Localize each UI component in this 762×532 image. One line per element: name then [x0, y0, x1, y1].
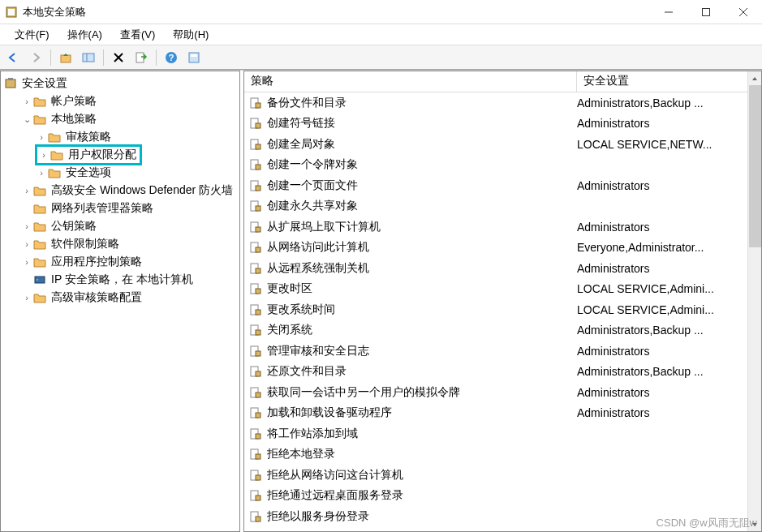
app-icon	[5, 6, 18, 19]
policy-icon	[248, 365, 264, 378]
back-button[interactable]	[3, 48, 23, 67]
close-button[interactable]	[725, 0, 762, 24]
list-row[interactable]: 备份文件和目录 Administrators,Backup ...	[244, 92, 747, 114]
cell-setting: Administrators	[577, 386, 747, 399]
tree-item[interactable]: › 帐户策略	[2, 92, 238, 110]
tree-item[interactable]: IP 安全策略，在 本地计算机	[2, 271, 238, 289]
menubar: 文件(F) 操作(A) 查看(V) 帮助(H)	[0, 24, 762, 45]
expander-icon[interactable]: ›	[20, 186, 33, 195]
list-row[interactable]: 关闭系统 Administrators,Backup ...	[244, 320, 747, 341]
export-button[interactable]	[131, 48, 151, 67]
list-row[interactable]: 创建永久共享对象	[244, 196, 747, 217]
tree-root[interactable]: 安全设置	[2, 75, 238, 92]
forward-button[interactable]	[26, 48, 45, 67]
svg-rect-57	[256, 475, 260, 480]
list-header[interactable]: 策略 安全设置	[244, 71, 747, 92]
scroll-thumb[interactable]	[749, 85, 761, 247]
list-row[interactable]: 获取同一会话中另一个用户的模拟令牌 Administrators	[244, 382, 747, 403]
tree-label: 公钥策略	[50, 218, 98, 234]
tree-item[interactable]: ⌄ 本地策略	[2, 110, 238, 128]
tree-label: 审核策略	[64, 129, 113, 145]
toolbar-separator	[156, 49, 157, 66]
maximize-button[interactable]	[687, 0, 725, 24]
tree-label: 帐户策略	[50, 93, 98, 109]
tree-item[interactable]: › 公钥策略	[2, 217, 238, 235]
svg-rect-25	[256, 144, 260, 149]
list-row[interactable]: 创建全局对象 LOCAL SERVICE,NETW...	[244, 134, 747, 155]
expander-icon[interactable]: ›	[20, 239, 33, 249]
list-row[interactable]: 从网络访问此计算机 Everyone,Administrator...	[244, 238, 747, 259]
cell-policy: 拒绝本地登录	[264, 447, 577, 461]
cell-setting: Administrators	[577, 179, 747, 192]
tree-item[interactable]: › 审核策略	[2, 128, 238, 146]
list-row[interactable]: 将工作站添加到域	[244, 423, 747, 444]
list-row[interactable]: 加载和卸载设备驱动程序 Administrators	[244, 403, 747, 424]
show-hide-tree-button[interactable]	[79, 48, 98, 67]
cell-policy: 从扩展坞上取下计算机	[264, 220, 577, 234]
cell-policy: 更改时区	[264, 281, 577, 296]
svg-point-19	[37, 279, 38, 281]
cell-setting: Administrators	[577, 117, 747, 130]
tree-label: 用户权限分配	[67, 147, 138, 163]
expander-icon[interactable]: ›	[20, 257, 33, 267]
tree-item[interactable]: › 安全选项	[2, 164, 238, 182]
vertical-scrollbar[interactable]	[747, 71, 761, 531]
tree-item[interactable]: › 软件限制策略	[2, 235, 238, 253]
expander-icon[interactable]: ⌄	[20, 114, 33, 125]
list-row[interactable]: 创建一个页面文件 Administrators	[244, 175, 747, 196]
delete-button[interactable]	[109, 48, 128, 67]
menu-view[interactable]: 查看(V)	[112, 26, 163, 44]
list-row[interactable]: 更改系统时间 LOCAL SERVICE,Admini...	[244, 299, 747, 320]
expander-icon[interactable]: ›	[20, 97, 33, 106]
column-setting[interactable]: 安全设置	[577, 71, 747, 92]
expander-icon[interactable]: ›	[35, 168, 48, 178]
cell-policy: 将工作站添加到域	[264, 427, 577, 441]
list-row[interactable]: 从远程系统强制关机 Administrators	[244, 258, 747, 279]
tree-item[interactable]: › 高级审核策略配置	[2, 289, 238, 307]
tree-item[interactable]: › 高级安全 Windows Defender 防火墙	[2, 182, 238, 200]
menu-file[interactable]: 文件(F)	[6, 26, 58, 44]
list-body[interactable]: 备份文件和目录 Administrators,Backup ... 创建符号链接…	[244, 92, 747, 527]
list-row[interactable]: 创建符号链接 Administrators	[244, 114, 747, 135]
svg-rect-23	[256, 123, 260, 128]
column-policy[interactable]: 策略	[244, 71, 577, 92]
up-button[interactable]	[56, 48, 75, 67]
tree-item[interactable]: 网络列表管理器策略	[2, 200, 238, 217]
expander-icon[interactable]: ›	[37, 150, 50, 160]
refresh-button[interactable]	[184, 48, 204, 67]
list-row[interactable]: 拒绝本地登录	[244, 444, 747, 466]
tree-pane[interactable]: 安全设置 › 帐户策略⌄ 本地策略› 审核策略› 用户权限分配› 安全选项› 高…	[0, 71, 240, 532]
expander-icon[interactable]: ›	[35, 132, 48, 142]
expander-icon[interactable]: ›	[20, 293, 33, 302]
svg-rect-3	[703, 8, 710, 15]
list-row[interactable]: 拒绝通过远程桌面服务登录	[244, 486, 747, 507]
cell-policy: 拒绝以服务身份登录	[264, 509, 577, 524]
minimize-button[interactable]	[650, 0, 687, 24]
list-row[interactable]: 更改时区 LOCAL SERVICE,Admini...	[244, 279, 747, 300]
list-row[interactable]: 从扩展坞上取下计算机 Administrators	[244, 217, 747, 238]
tree-item[interactable]: › 用户权限分配	[2, 146, 238, 164]
list-pane: 策略 安全设置 备份文件和目录 Administrators,Backup ..…	[243, 71, 762, 532]
cell-policy: 加载和卸载设备驱动程序	[264, 405, 577, 420]
menu-action[interactable]: 操作(A)	[59, 26, 110, 44]
folder-icon	[33, 202, 46, 215]
svg-rect-45	[256, 351, 260, 356]
list-row[interactable]: 创建一个令牌对象	[244, 155, 747, 176]
policy-icon	[248, 345, 264, 358]
help-button[interactable]: ?	[161, 48, 181, 67]
folder-icon	[33, 238, 46, 251]
policy-icon	[248, 406, 264, 419]
list-row[interactable]: 还原文件和目录 Administrators,Backup ...	[244, 362, 747, 383]
policy-icon	[248, 97, 264, 109]
list-row[interactable]: 管理审核和安全日志 Administrators	[244, 341, 747, 362]
expander-icon[interactable]: ›	[20, 221, 33, 231]
cell-policy: 创建一个令牌对象	[264, 157, 577, 172]
menu-help[interactable]: 帮助(H)	[165, 26, 217, 44]
folder-icon	[33, 113, 46, 126]
tree-item[interactable]: › 应用程序控制策略	[2, 253, 238, 271]
scroll-up-icon[interactable]	[748, 71, 761, 85]
policy-icon	[248, 427, 264, 440]
titlebar: 本地安全策略	[0, 0, 762, 24]
scroll-track[interactable]	[748, 247, 761, 517]
list-row[interactable]: 拒绝从网络访问这台计算机	[244, 465, 747, 486]
